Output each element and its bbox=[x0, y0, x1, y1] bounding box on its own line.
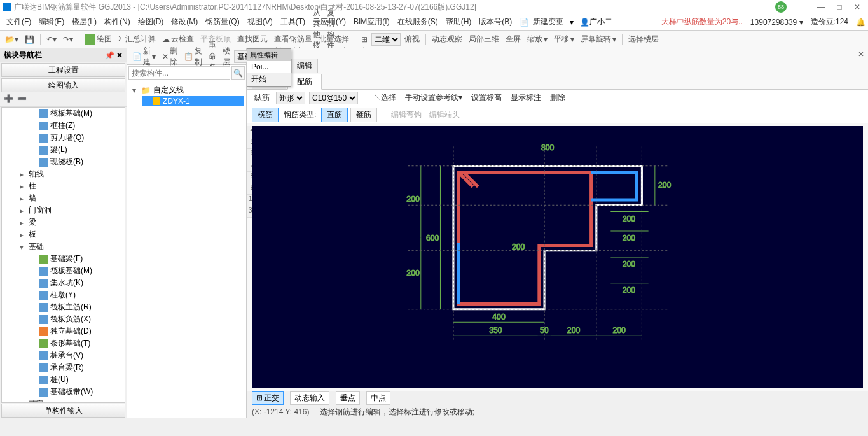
pan-button[interactable]: 平移▾ bbox=[551, 32, 577, 46]
menu-view[interactable]: 视图(V) bbox=[244, 17, 277, 27]
tree-item[interactable]: 剪力墙(Q) bbox=[2, 132, 125, 144]
midpoint-snap-button[interactable]: 中点 bbox=[366, 391, 390, 405]
tree-item[interactable]: ▸柱 bbox=[2, 180, 125, 192]
svg-text:400: 400 bbox=[492, 313, 506, 321]
component-tree[interactable]: 筏板基础(M)框柱(Z)剪力墙(Q)梁(L)现浇板(B)▸轴线▸柱▸墙▸门窗洞▸… bbox=[1, 107, 125, 403]
pin-icon[interactable]: 📌 ✕ bbox=[105, 51, 123, 60]
popup-start[interactable]: 开始 bbox=[247, 73, 291, 86]
svg-text:200: 200 bbox=[623, 260, 636, 269]
new-change-button[interactable]: 新建变更 bbox=[529, 17, 567, 27]
open-button[interactable]: 📂▾ bbox=[3, 34, 21, 45]
tree-item[interactable]: ▾基础 bbox=[2, 241, 125, 253]
menu-component[interactable]: 构件(N) bbox=[100, 17, 134, 27]
section-single-input[interactable]: 单构件输入 bbox=[1, 404, 125, 418]
tree-item[interactable]: 条形基础(T) bbox=[2, 337, 125, 349]
bell-icon[interactable]: 🔔 bbox=[856, 18, 865, 27]
tree-item[interactable]: 承台梁(R) bbox=[2, 362, 125, 374]
tree-item[interactable]: 桩承台(V) bbox=[2, 349, 125, 362]
rotate-button[interactable]: 屏幕旋转▾ bbox=[578, 32, 619, 46]
search-button[interactable]: 🔍 bbox=[231, 66, 245, 80]
close-button[interactable]: ✕ bbox=[854, 3, 860, 11]
tree-item[interactable]: 现浇板(B) bbox=[2, 156, 125, 168]
svg-text:350: 350 bbox=[489, 325, 502, 334]
menu-floor[interactable]: 楼层(L) bbox=[68, 17, 100, 27]
search-input[interactable] bbox=[128, 66, 230, 80]
stirrup-button[interactable]: 箍筋 bbox=[350, 108, 377, 122]
draw-button[interactable]: 绘图 bbox=[83, 32, 114, 46]
select-tool[interactable]: ↖选择 bbox=[371, 91, 399, 104]
minimize-button[interactable]: — bbox=[817, 3, 825, 11]
list-item[interactable]: ZDYX-1 bbox=[142, 96, 244, 106]
dynamic-observe-button[interactable]: 动态观察 bbox=[429, 32, 465, 46]
vertex-snap-button[interactable]: 垂点 bbox=[336, 391, 360, 405]
overview-button[interactable]: 俯视 bbox=[402, 32, 422, 46]
coordinates: (X: -1214 Y: 416) bbox=[252, 407, 310, 416]
menu-online[interactable]: 在线服务(S) bbox=[394, 17, 442, 27]
section-draw-input[interactable]: 绘图输入 bbox=[1, 78, 125, 92]
menu-tools[interactable]: 工具(T) bbox=[277, 17, 309, 27]
tree-item[interactable]: 梁(L) bbox=[2, 144, 125, 156]
straight-button[interactable]: 直筋 bbox=[321, 108, 348, 122]
menu-edit[interactable]: 编辑(E) bbox=[35, 17, 68, 27]
user-label[interactable]: 广小二 bbox=[589, 17, 612, 27]
tree-item[interactable]: 基础板带(W) bbox=[2, 386, 125, 398]
list-root[interactable]: ▾📁自定义线 bbox=[130, 84, 244, 96]
longitudinal-label: 纵筋 bbox=[252, 91, 272, 104]
redo-button[interactable]: ↷▾ bbox=[60, 34, 76, 45]
menu-bim[interactable]: BIM应用(I) bbox=[350, 17, 394, 27]
edit-end-button[interactable]: 编辑端头 bbox=[427, 108, 462, 122]
dynamic-input-button[interactable]: 动态输入 bbox=[290, 391, 329, 405]
add-icon[interactable]: ➕ bbox=[4, 94, 13, 105]
tree-item[interactable]: 桩(U) bbox=[2, 374, 125, 386]
set-elevation-button[interactable]: 设置标高 bbox=[469, 91, 504, 104]
local-3d-button[interactable]: 局部三维 bbox=[466, 32, 502, 46]
view-mode-select[interactable]: 二维 bbox=[371, 33, 401, 46]
svg-text:200: 200 bbox=[406, 268, 420, 277]
menu-modify[interactable]: 修改(M) bbox=[167, 17, 202, 27]
manual-ref-button[interactable]: 手动设置参考线▾ bbox=[403, 91, 465, 104]
shape-select[interactable]: 矩形 bbox=[276, 92, 305, 104]
select-floor-button[interactable]: 选择楼层 bbox=[626, 32, 661, 46]
tree-item[interactable]: ▸轴线 bbox=[2, 168, 125, 180]
menu-help[interactable]: 帮助(H) bbox=[442, 17, 476, 27]
remove-icon[interactable]: ➖ bbox=[17, 94, 27, 105]
notification-badge[interactable]: 88 bbox=[775, 1, 787, 13]
tree-item[interactable]: 框柱(Z) bbox=[2, 120, 125, 132]
menu-rebar-qty[interactable]: 钢筋量(Q) bbox=[202, 17, 243, 27]
ortho-button[interactable]: ⊞正交 bbox=[252, 391, 284, 405]
zoom-button[interactable]: 缩放▾ bbox=[525, 32, 550, 46]
tab-rebar[interactable]: 配筋 bbox=[287, 74, 322, 90]
edit-hook-button[interactable]: 编辑弯钩 bbox=[389, 108, 424, 122]
tree-item[interactable]: ▸梁 bbox=[2, 216, 125, 229]
tree-item[interactable]: ▸墙 bbox=[2, 192, 125, 204]
delete-rebar-button[interactable]: 删除 bbox=[548, 91, 568, 104]
menu-draw[interactable]: 绘图(D) bbox=[134, 17, 168, 27]
tree-item[interactable]: 筏板基础(M) bbox=[2, 108, 125, 120]
tree-item[interactable]: 筏板基础(M) bbox=[2, 265, 125, 277]
section-project-settings[interactable]: 工程设置 bbox=[1, 63, 125, 77]
menu-file[interactable]: 文件(F) bbox=[3, 17, 35, 27]
maximize-button[interactable]: □ bbox=[837, 3, 841, 11]
drawing-canvas[interactable]: 800 200 200 200 200 200 600 200 200 400 … bbox=[252, 126, 863, 388]
grid-icon[interactable]: ⊞ bbox=[359, 34, 370, 45]
tree-item[interactable]: ▸门窗洞 bbox=[2, 204, 125, 216]
show-label-button[interactable]: 显示标注 bbox=[508, 91, 544, 104]
tree-item[interactable]: 集水坑(K) bbox=[2, 277, 125, 289]
spec-select[interactable]: C10@150 bbox=[309, 92, 358, 104]
tree-item[interactable]: 筏板负筋(X) bbox=[2, 313, 125, 325]
undo-button[interactable]: ↶▾ bbox=[44, 34, 59, 45]
save-button[interactable]: 💾 bbox=[22, 34, 37, 45]
panel-close-icon[interactable]: ✕ bbox=[858, 50, 864, 59]
tree-item[interactable]: ▸板 bbox=[2, 229, 125, 241]
find-view-button[interactable]: 查找图元 bbox=[235, 32, 270, 46]
tree-item[interactable]: 独立基础(D) bbox=[2, 325, 125, 337]
tree-item[interactable]: 柱墩(Y) bbox=[2, 289, 125, 301]
fullscreen-button[interactable]: 全屏 bbox=[503, 32, 523, 46]
horizontal-button[interactable]: 横筋 bbox=[252, 108, 279, 122]
menu-version[interactable]: 版本号(B) bbox=[475, 17, 516, 27]
tree-item[interactable]: 筏板主筋(R) bbox=[2, 301, 125, 313]
popup-poi[interactable]: Poi... bbox=[247, 61, 291, 73]
app-icon bbox=[3, 3, 11, 11]
tree-item[interactable]: 基础梁(F) bbox=[2, 253, 125, 265]
tree-item[interactable]: ▸其它 bbox=[2, 398, 125, 403]
